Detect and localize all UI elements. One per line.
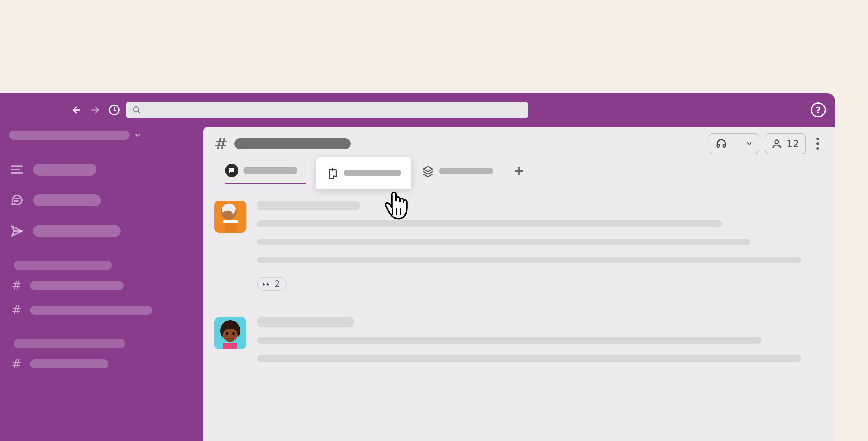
svg-marker-17 xyxy=(424,166,433,172)
members-button[interactable]: 12 xyxy=(765,133,806,154)
sidebar-item-threads[interactable] xyxy=(9,189,194,212)
channel-header: # xyxy=(204,127,835,186)
dot-icon xyxy=(816,138,819,140)
huddle-caret[interactable] xyxy=(741,134,752,154)
sidebar-channel-item[interactable]: # xyxy=(10,354,194,374)
search-bar[interactable] xyxy=(126,101,528,118)
sidebar-item-label xyxy=(33,225,121,237)
message-line-placeholder xyxy=(257,337,762,344)
channel-name-placeholder[interactable] xyxy=(235,138,350,149)
send-icon xyxy=(9,223,25,239)
message-item[interactable]: 👀 2 xyxy=(214,200,824,291)
app-body: # # # # xyxy=(0,127,835,441)
tab-messages[interactable] xyxy=(225,158,306,184)
reaction-button[interactable]: 👀 2 xyxy=(257,277,287,291)
sidebar: # # # xyxy=(0,127,204,441)
hash-icon: # xyxy=(10,357,23,371)
svg-line-4 xyxy=(138,111,140,113)
svg-point-11 xyxy=(775,140,778,144)
sidebar-section-header[interactable] xyxy=(14,339,125,348)
message-author-placeholder xyxy=(257,317,353,327)
workspace-switcher[interactable] xyxy=(9,131,194,140)
lines-icon xyxy=(9,162,25,178)
message-line-placeholder xyxy=(257,355,801,362)
sidebar-channel-item[interactable]: # xyxy=(10,301,194,320)
headphones-icon xyxy=(715,138,727,150)
hash-icon: # xyxy=(10,279,23,292)
tab-label-placeholder xyxy=(439,168,493,175)
slack-app-window: ? xyxy=(0,93,835,441)
message-item[interactable] xyxy=(214,317,824,373)
svg-rect-23 xyxy=(223,220,238,223)
message-list: 👀 2 xyxy=(204,186,835,373)
svg-point-27 xyxy=(232,332,235,335)
sidebar-item-drafts[interactable] xyxy=(9,219,194,243)
reaction-count: 2 xyxy=(275,279,280,289)
avatar[interactable] xyxy=(214,317,246,349)
message-body: 👀 2 xyxy=(257,200,824,291)
sidebar-channel-label xyxy=(30,306,152,315)
workspace-name-placeholder xyxy=(9,131,130,140)
message-icon xyxy=(225,164,239,177)
avatar[interactable] xyxy=(214,200,246,232)
sidebar-section-header[interactable] xyxy=(14,261,112,270)
more-actions-button[interactable] xyxy=(811,138,824,150)
sidebar-channel-label xyxy=(30,281,124,290)
main-panel: # xyxy=(204,127,835,441)
svg-rect-28 xyxy=(223,343,237,349)
hash-icon: # xyxy=(10,303,23,317)
members-count: 12 xyxy=(786,138,799,150)
channel-hash-icon: # xyxy=(214,134,228,153)
back-button[interactable] xyxy=(70,104,83,116)
search-input[interactable] xyxy=(145,105,522,115)
sidebar-item-label xyxy=(33,164,96,176)
topbar: ? xyxy=(0,93,835,127)
tab-canvas[interactable] xyxy=(316,157,411,189)
canvas-icon xyxy=(327,166,339,179)
forward-button[interactable] xyxy=(89,104,101,116)
dot-icon xyxy=(816,147,819,150)
help-button[interactable]: ? xyxy=(811,102,826,118)
layers-icon xyxy=(422,165,434,178)
tab-label-placeholder xyxy=(344,169,401,176)
sidebar-channel-label xyxy=(30,359,108,369)
sidebar-item-all[interactable] xyxy=(9,158,194,181)
message-line-placeholder xyxy=(257,220,722,227)
eyes-emoji-icon: 👀 xyxy=(262,280,272,289)
chevron-down-icon xyxy=(134,131,142,139)
dot-icon xyxy=(816,143,819,145)
tab-label-placeholder xyxy=(243,167,298,174)
tab-files[interactable] xyxy=(422,158,502,184)
message-line-placeholder xyxy=(257,257,801,263)
message-body xyxy=(257,317,824,373)
channel-tabs xyxy=(214,157,824,186)
message-author-placeholder xyxy=(257,200,360,210)
add-tab-button[interactable] xyxy=(512,164,526,178)
search-icon xyxy=(132,105,141,115)
sidebar-channel-item[interactable]: # xyxy=(10,276,194,295)
sidebar-item-label xyxy=(33,194,101,206)
huddle-button[interactable] xyxy=(709,133,759,154)
thread-icon xyxy=(9,192,25,208)
svg-point-26 xyxy=(226,332,228,335)
message-line-placeholder xyxy=(257,239,750,245)
history-button[interactable] xyxy=(108,104,121,116)
person-icon xyxy=(771,138,782,149)
